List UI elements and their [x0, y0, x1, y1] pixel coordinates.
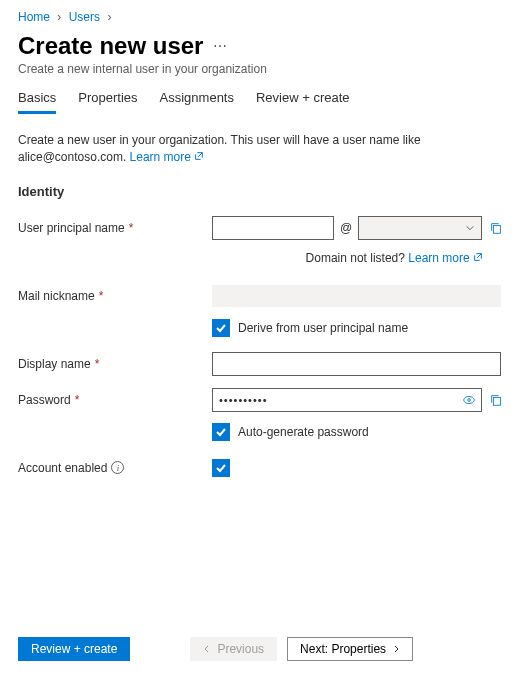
domain-select[interactable] [358, 216, 482, 240]
tab-properties[interactable]: Properties [78, 90, 137, 114]
password-label: Password* [18, 393, 212, 407]
review-create-button[interactable]: Review + create [18, 637, 130, 661]
display-name-input[interactable] [212, 352, 501, 376]
account-enabled-label: Account enabled i [18, 461, 212, 475]
upn-input[interactable] [212, 216, 334, 240]
password-value: •••••••••• [219, 394, 268, 406]
svg-rect-3 [493, 397, 500, 405]
page-subtitle: Create a new internal user in your organ… [18, 62, 501, 76]
chevron-left-icon [203, 645, 211, 653]
copy-icon[interactable] [488, 220, 504, 236]
more-icon[interactable]: ⋯ [213, 38, 227, 54]
breadcrumb-users[interactable]: Users [69, 10, 100, 24]
chevron-right-icon: › [103, 10, 115, 24]
identity-heading: Identity [18, 184, 501, 199]
tab-assignments[interactable]: Assignments [160, 90, 234, 114]
show-password-icon[interactable] [461, 392, 477, 408]
svg-rect-0 [494, 225, 501, 233]
external-link-icon [194, 151, 204, 161]
info-icon[interactable]: i [111, 461, 124, 474]
upn-label: User principal name* [18, 221, 212, 235]
chevron-down-icon [465, 223, 475, 233]
autogen-password-checkbox[interactable] [212, 423, 230, 441]
domain-hint: Domain not listed? Learn more [306, 251, 483, 265]
copy-icon[interactable] [488, 392, 504, 408]
svg-point-2 [468, 398, 471, 401]
footer-bar: Review + create Previous Next: Propertie… [18, 637, 501, 661]
derive-label: Derive from user principal name [238, 321, 408, 335]
chevron-right-icon [392, 645, 400, 653]
external-link-icon [473, 252, 483, 262]
domain-learn-more-link[interactable]: Learn more [408, 251, 469, 265]
display-name-label: Display name* [18, 357, 212, 371]
account-enabled-checkbox[interactable] [212, 459, 230, 477]
previous-button: Previous [190, 637, 277, 661]
page-title: Create new user [18, 32, 203, 60]
page-description: Create a new user in your organization. … [18, 132, 501, 166]
autogen-label: Auto-generate password [238, 425, 369, 439]
password-input[interactable]: •••••••••• [212, 388, 482, 412]
breadcrumb: Home › Users › [18, 10, 501, 24]
svg-point-1 [464, 396, 475, 403]
tab-review[interactable]: Review + create [256, 90, 350, 114]
learn-more-link[interactable]: Learn more [130, 150, 191, 164]
next-button[interactable]: Next: Properties [287, 637, 413, 661]
tab-basics[interactable]: Basics [18, 90, 56, 114]
nickname-input [212, 285, 501, 307]
at-symbol: @ [340, 221, 352, 235]
derive-checkbox[interactable] [212, 319, 230, 337]
chevron-right-icon: › [53, 10, 65, 24]
nickname-label: Mail nickname* [18, 289, 212, 303]
tabs: Basics Properties Assignments Review + c… [18, 90, 501, 114]
breadcrumb-home[interactable]: Home [18, 10, 50, 24]
